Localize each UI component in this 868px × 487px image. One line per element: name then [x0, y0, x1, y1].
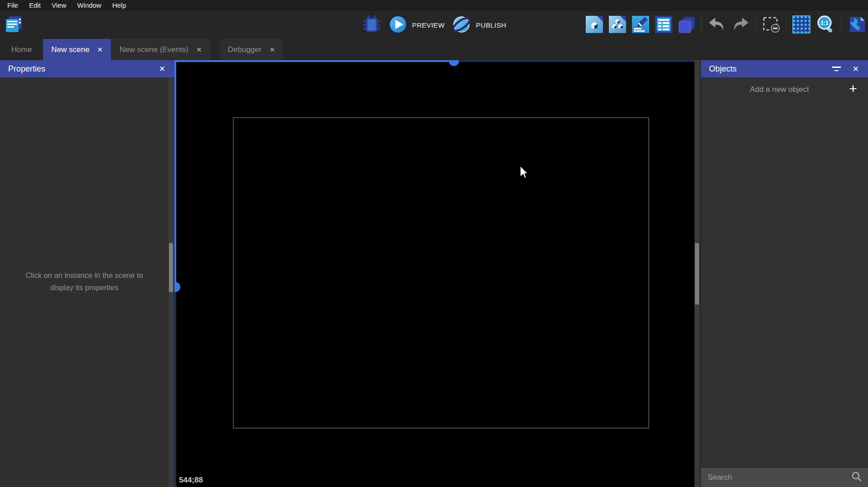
toolbar-separator — [786, 16, 786, 34]
grid-icon — [792, 15, 810, 35]
object-groups-icon — [609, 16, 626, 34]
wrench-document-icon — [848, 15, 866, 35]
toolbar-right-group: 1:1 — [586, 11, 866, 39]
tab-label: Home — [11, 45, 32, 54]
debug-button[interactable] — [362, 14, 382, 36]
empty-message-line1: Click on an instance in the scene to — [0, 269, 169, 282]
menu-edit[interactable]: Edit — [24, 0, 46, 11]
project-manager-icon — [4, 15, 24, 36]
preview-button[interactable]: PREVIEW — [388, 14, 445, 36]
add-object-row[interactable]: Add a new object + — [701, 77, 868, 102]
redo-button[interactable] — [732, 17, 750, 33]
deselect-icon — [762, 15, 780, 35]
main-toolbar: PREVIEW PUBLISH — [0, 11, 868, 39]
edit-properties-button[interactable] — [632, 16, 649, 34]
add-object-button[interactable]: + — [844, 82, 868, 97]
properties-scrollbar-thumb[interactable] — [169, 243, 173, 292]
tab-gap — [210, 39, 219, 60]
objects-search-input[interactable] — [707, 473, 851, 482]
gdevelop-window: File Edit View Window Help — [0, 0, 868, 487]
filter-icon — [834, 70, 839, 72]
properties-title: Properties — [8, 64, 158, 74]
instances-list-button[interactable] — [655, 16, 672, 34]
close-properties-button[interactable]: ✕ — [158, 64, 166, 74]
zoom-original-button[interactable]: 1:1 — [816, 15, 835, 35]
layers-icon — [678, 16, 695, 34]
publish-button[interactable]: PUBLISH — [451, 14, 506, 36]
preview-label: PREVIEW — [412, 21, 445, 29]
game-resolution-frame — [233, 117, 649, 429]
menu-view[interactable]: View — [46, 0, 72, 11]
tab-label: New scene (Events) — [120, 45, 188, 54]
canvas-vertical-scrollbar-active[interactable] — [174, 60, 176, 287]
svg-text:1:1: 1:1 — [820, 19, 829, 26]
object-document-icon — [586, 16, 603, 34]
properties-header: Properties ✕ — [0, 60, 174, 77]
editor-scrollbar-thumb[interactable] — [695, 243, 699, 305]
search-icon — [851, 471, 862, 484]
close-tab-icon[interactable]: ✕ — [269, 46, 275, 53]
project-manager-button[interactable] — [4, 16, 24, 35]
toolbar-separator — [756, 16, 756, 34]
editor-tabs: Home New scene ✕ New scene (Events) ✕ De… — [0, 39, 868, 60]
redo-icon — [732, 17, 750, 33]
canvas-horizontal-scrollbar-active[interactable] — [174, 60, 454, 62]
filter-objects-button[interactable] — [831, 65, 842, 73]
bug-icon — [362, 14, 382, 36]
toolbar-separator — [841, 16, 842, 34]
properties-scrollbar-track[interactable] — [169, 77, 174, 487]
canvas-vertical-scrollbar-track[interactable] — [174, 287, 176, 487]
menu-window[interactable]: Window — [72, 0, 106, 11]
publish-label: PUBLISH — [476, 21, 506, 29]
tab-label: New scene — [51, 45, 89, 54]
tab-new-scene-events[interactable]: New scene (Events) ✕ — [111, 39, 210, 60]
tab-debugger[interactable]: Debugger ✕ — [220, 39, 283, 60]
tab-label: Debugger — [228, 45, 262, 54]
clear-selection-button[interactable] — [762, 15, 780, 35]
edit-objects-button[interactable] — [586, 16, 603, 34]
objects-panel: Objects ✕ Add a new object + — [700, 60, 868, 487]
empty-message-line2: display its properties — [0, 282, 169, 294]
scene-editor-canvas[interactable]: 544;88 — [174, 60, 694, 487]
close-tab-icon[interactable]: ✕ — [196, 46, 202, 53]
tab-new-scene[interactable]: New scene ✕ — [43, 39, 111, 60]
close-tab-icon[interactable]: ✕ — [97, 46, 103, 53]
objects-title: Objects — [709, 64, 831, 74]
edit-groups-button[interactable] — [609, 16, 626, 34]
undo-button[interactable] — [708, 17, 726, 33]
scene-settings-button[interactable] — [848, 15, 866, 35]
menu-help[interactable]: Help — [107, 0, 132, 11]
toolbar-center-group: PREVIEW PUBLISH — [362, 11, 506, 39]
toolbar-separator — [701, 16, 702, 34]
objects-header: Objects ✕ — [701, 60, 868, 77]
zoom-one-to-one-icon: 1:1 — [816, 15, 835, 35]
canvas-vertical-scroll-handle[interactable] — [174, 282, 180, 292]
canvas-horizontal-scroll-handle[interactable] — [449, 60, 459, 66]
pencil-icon — [632, 16, 649, 34]
instances-list-icon — [655, 16, 672, 34]
properties-panel: Properties ✕ Click on an instance in the… — [0, 60, 174, 487]
grid-button[interactable] — [792, 15, 810, 35]
add-object-label: Add a new object — [701, 85, 844, 94]
close-objects-button[interactable]: ✕ — [852, 64, 860, 74]
properties-empty-message: Click on an instance in the scene to dis… — [0, 269, 169, 294]
cursor-coordinates-label: 544;88 — [179, 476, 203, 485]
editor-scrollbar-track[interactable] — [694, 60, 700, 487]
layers-button[interactable] — [678, 16, 695, 34]
canvas-horizontal-scrollbar-track[interactable] — [454, 60, 694, 62]
menu-bar: File Edit View Window Help — [0, 0, 868, 11]
tab-home[interactable]: Home — [0, 39, 43, 60]
undo-icon — [708, 17, 726, 33]
play-icon — [388, 14, 408, 36]
globe-icon — [451, 14, 472, 36]
objects-search-bar — [701, 468, 868, 487]
mouse-cursor-icon — [518, 166, 529, 180]
menu-file[interactable]: File — [2, 0, 24, 11]
filter-icon — [832, 67, 841, 68]
